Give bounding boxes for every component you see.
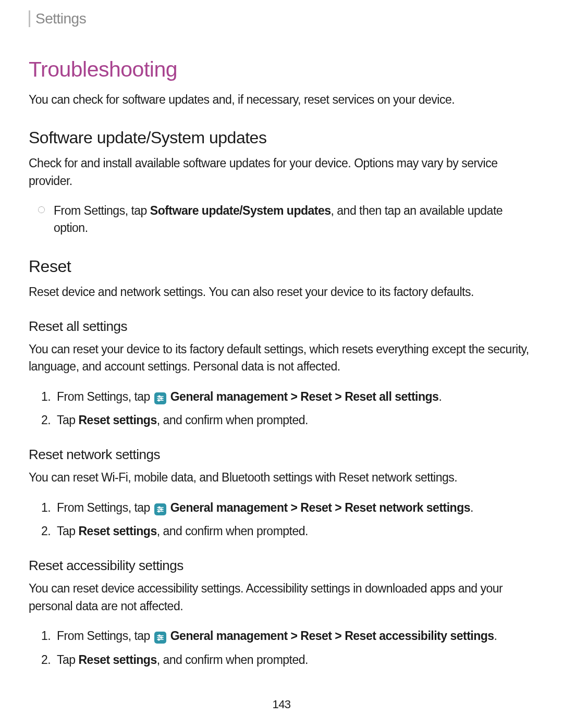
list-item: Tap Reset settings, and confirm when pro…	[54, 523, 534, 540]
svg-point-13	[158, 635, 160, 636]
text-bold: Reset settings	[78, 524, 156, 538]
bullet-list-software: From Settings, tap Software update/Syste…	[29, 202, 534, 237]
text-bold: General management > Reset > Reset acces…	[167, 629, 494, 643]
subsection-desc-reset-network: You can reset Wi-Fi, mobile data, and Bl…	[29, 469, 534, 486]
section-heading-software: Software update/System updates	[29, 128, 534, 147]
text-bold: General management > Reset > Reset all s…	[167, 390, 439, 403]
section-desc-reset: Reset device and network settings. You c…	[29, 283, 534, 301]
general-management-icon	[154, 503, 166, 515]
svg-point-7	[158, 507, 160, 508]
svg-point-1	[158, 396, 160, 397]
general-management-icon	[154, 632, 166, 644]
text: From Settings, tap	[57, 629, 153, 643]
subsection-heading-reset-network: Reset network settings	[29, 447, 534, 463]
page-number: 143	[0, 698, 563, 711]
text: , and confirm when prompted.	[157, 524, 308, 538]
text: , and confirm when prompted.	[157, 413, 308, 427]
text-bold: Reset settings	[78, 653, 156, 667]
text-bold: Reset settings	[78, 413, 156, 427]
text: , and confirm when prompted.	[157, 653, 308, 667]
text: From Settings, tap	[57, 390, 153, 403]
list-item: Tap Reset settings, and confirm when pro…	[54, 412, 534, 429]
list-item: Tap Reset settings, and confirm when pro…	[54, 651, 534, 669]
subsection-heading-reset-all: Reset all settings	[29, 318, 534, 335]
svg-point-3	[161, 398, 162, 399]
list-item: From Settings, tap General management > …	[54, 499, 534, 516]
subsection-desc-reset-all: You can reset your device to its factory…	[29, 341, 534, 376]
intro-text: You can check for software updates and, …	[29, 91, 534, 108]
subsection-desc-reset-accessibility: You can reset device accessibility setti…	[29, 580, 534, 615]
text: Tap	[57, 653, 78, 667]
text-bold: Software update/System updates	[150, 204, 331, 217]
svg-point-17	[158, 639, 160, 640]
list-item: From Settings, tap General management > …	[54, 388, 534, 405]
list-item: From Settings, tap Software update/Syste…	[54, 202, 534, 237]
svg-point-9	[161, 509, 162, 510]
svg-point-5	[158, 400, 160, 401]
text: Tap	[57, 413, 78, 427]
section-heading-reset: Reset	[29, 257, 534, 276]
text: .	[438, 390, 442, 403]
subsection-heading-reset-accessibility: Reset accessibility settings	[29, 558, 534, 574]
list-item: From Settings, tap General management > …	[54, 627, 534, 645]
text: Tap	[57, 524, 78, 538]
steps-reset-accessibility: From Settings, tap General management > …	[29, 627, 534, 669]
text: .	[494, 629, 497, 643]
text: From Settings, tap	[54, 204, 150, 217]
svg-point-15	[161, 637, 162, 638]
general-management-icon	[154, 392, 166, 404]
page-title: Troubleshooting	[29, 57, 534, 82]
text-bold: General management > Reset > Reset netwo…	[167, 501, 470, 514]
text: From Settings, tap	[57, 501, 153, 514]
steps-reset-all: From Settings, tap General management > …	[29, 388, 534, 429]
breadcrumb: Settings	[29, 10, 534, 27]
steps-reset-network: From Settings, tap General management > …	[29, 499, 534, 540]
text: .	[470, 501, 473, 514]
breadcrumb-label: Settings	[35, 10, 86, 27]
section-desc-software: Check for and install available software…	[29, 155, 534, 190]
svg-point-11	[158, 511, 160, 512]
